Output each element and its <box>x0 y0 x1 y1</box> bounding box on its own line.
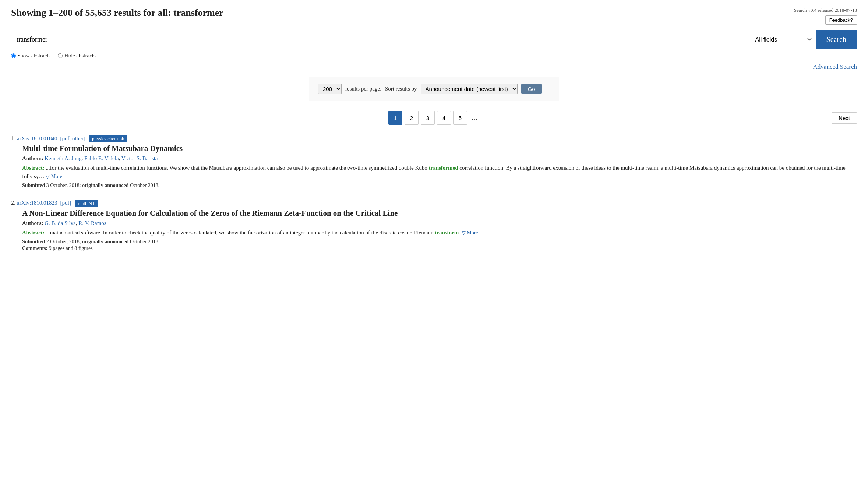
hide-abstracts-label[interactable]: Hide abstracts <box>58 53 95 59</box>
author-link-1-1[interactable]: Kenneth A. Jung <box>45 155 81 161</box>
keyword-2: transform <box>435 230 459 236</box>
submitted-text-1: Submitted 3 October, 2018; originally an… <box>22 183 857 188</box>
result-item: 1. arXiv:1810.01840 [pdf, other] physics… <box>11 135 857 188</box>
pdf-link-2[interactable]: [pdf] <box>60 200 71 206</box>
page-2-button[interactable]: 2 <box>405 111 419 125</box>
advanced-search-link[interactable]: Advanced Search <box>813 63 857 70</box>
results-controls: 25 50 100 200 results per page. Sort res… <box>309 77 559 101</box>
hide-abstracts-radio[interactable] <box>58 53 63 58</box>
page-3-button[interactable]: 3 <box>421 111 435 125</box>
author-link-1-2[interactable]: Pablo E. Videla <box>84 155 119 161</box>
advanced-search-section: Advanced Search <box>11 63 857 71</box>
pagination-ellipsis: … <box>469 114 480 121</box>
more-link-2[interactable]: ▽ More <box>462 230 478 236</box>
page-5-button[interactable]: 5 <box>453 111 467 125</box>
version-info: Search v0.4 released 2018-07-18 <box>794 7 857 13</box>
author-link-2-2[interactable]: R. V. Ramos <box>78 220 106 226</box>
feedback-button[interactable]: Feedback? <box>825 15 857 25</box>
result-title-2: A Non-Linear Difference Equation for Cal… <box>22 209 857 218</box>
result-meta-1: 1. arXiv:1810.01840 [pdf, other] physics… <box>22 135 857 142</box>
abstracts-controls: Show abstracts Hide abstracts <box>11 53 857 59</box>
sort-label: Sort results by <box>385 86 417 92</box>
submitted-text-2: Submitted 2 October, 2018; originally an… <box>22 239 857 245</box>
result-number-2: 2. <box>11 200 17 206</box>
page-4-button[interactable]: 4 <box>437 111 451 125</box>
more-link-1[interactable]: ▽ More <box>46 174 62 179</box>
author-link-2-1[interactable]: G. B. da Silva <box>45 220 76 226</box>
arxiv-id-link-2[interactable]: arXiv:1810.01823 <box>17 200 57 206</box>
abstract-label-2: Abstract: <box>22 230 45 236</box>
show-abstracts-label[interactable]: Show abstracts <box>11 53 50 59</box>
authors-label-1: Authors: <box>22 155 45 161</box>
abstract-text-1: Abstract: ...for the evaluation of multi… <box>22 164 857 180</box>
search-button[interactable]: Search <box>816 30 857 49</box>
pdf-link-1[interactable]: [pdf, other] <box>60 135 85 141</box>
field-select[interactable]: All fields Title Author Abstract Comment… <box>750 30 816 49</box>
hide-abstracts-text: Hide abstracts <box>64 53 95 59</box>
abstract-label-1: Abstract: <box>22 165 45 171</box>
per-page-select[interactable]: 25 50 100 200 <box>318 84 342 94</box>
sort-select[interactable]: Announcement date (newest first) Announc… <box>421 84 518 94</box>
result-authors-2: Authors: G. B. da Silva, R. V. Ramos <box>22 220 857 226</box>
arxiv-id-link-1[interactable]: arXiv:1810.01840 <box>17 135 57 141</box>
abstract-text-2: Abstract: ...mathematical software. In o… <box>22 229 857 237</box>
result-meta-2: 2. arXiv:1810.01823 [pdf] math.NT <box>22 200 857 207</box>
pagination: 1 2 3 4 5 … Next <box>11 111 857 125</box>
show-abstracts-radio[interactable] <box>11 53 16 58</box>
show-abstracts-text: Show abstracts <box>17 53 50 59</box>
authors-label-2: Authors: <box>22 220 45 226</box>
tag-badge-2: math.NT <box>75 200 98 207</box>
header-right: Search v0.4 released 2018-07-18 Feedback… <box>794 7 857 25</box>
author-link-1-3[interactable]: Victor S. Batista <box>121 155 158 161</box>
search-input[interactable] <box>11 30 750 49</box>
go-button[interactable]: Go <box>521 84 542 94</box>
per-page-text: results per page. <box>345 86 381 92</box>
comments-text-2: Comments: 9 pages and 8 figures <box>22 246 857 251</box>
next-button[interactable]: Next <box>832 112 857 124</box>
result-number-1: 1. <box>11 135 17 141</box>
page-header: Showing 1–200 of 55,653 results for all:… <box>11 7 857 25</box>
result-title-1: Multi-time Formulation of Matsubara Dyna… <box>22 144 857 153</box>
keyword-1: transformed <box>429 165 458 171</box>
results-list: 1. arXiv:1810.01840 [pdf, other] physics… <box>11 135 857 251</box>
search-bar: All fields Title Author Abstract Comment… <box>11 30 857 49</box>
result-item-2: 2. arXiv:1810.01823 [pdf] math.NT A Non-… <box>11 200 857 251</box>
page-1-button[interactable]: 1 <box>388 111 402 125</box>
results-heading: Showing 1–200 of 55,653 results for all:… <box>11 7 223 18</box>
tag-badge-1: physics.chem-ph <box>89 135 127 142</box>
result-authors-1: Authors: Kenneth A. Jung, Pablo E. Videl… <box>22 155 857 162</box>
